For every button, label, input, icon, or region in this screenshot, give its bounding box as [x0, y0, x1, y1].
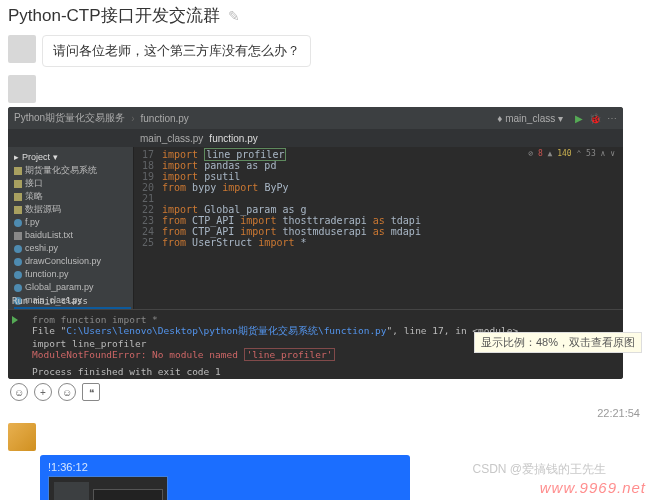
- code-line: 19import psutil: [134, 171, 623, 182]
- avatar[interactable]: [8, 35, 36, 63]
- tree-item[interactable]: function.py: [14, 268, 131, 281]
- tab[interactable]: main_class.py: [140, 133, 203, 144]
- avatar[interactable]: [8, 75, 36, 103]
- watermark-csdn: CSDN @爱搞钱的王先生: [472, 461, 606, 478]
- tab-active[interactable]: function.py: [209, 133, 257, 144]
- chat-title: Python-CTP接口开发交流群 ✎: [0, 0, 654, 33]
- smile-icon[interactable]: ☺: [10, 383, 28, 401]
- tree-item[interactable]: Global_param.py: [14, 281, 131, 294]
- smile-icon[interactable]: ☺: [58, 383, 76, 401]
- plus-icon[interactable]: +: [34, 383, 52, 401]
- code-line: 18import pandas as pd: [134, 160, 623, 171]
- code-line: 22import Global_param as g: [134, 204, 623, 215]
- tree-item[interactable]: 接口: [14, 177, 131, 190]
- message-3: [0, 421, 654, 453]
- code-line: 20from bypy import ByPy: [134, 182, 623, 193]
- reply-thumbnail[interactable]: [48, 476, 168, 500]
- image-tooltip: 显示比例：48%，双击查看原图: [474, 332, 642, 353]
- tree-item[interactable]: 期货量化交易系统: [14, 164, 131, 177]
- editor-tabs: main_class.py function.py: [8, 129, 623, 147]
- message-1: 请问各位老师，这个第三方库没有怎么办？: [0, 33, 654, 69]
- code-line: 24from CTP_API import thostmduserapi as …: [134, 226, 623, 237]
- tree-item[interactable]: baiduList.txt: [14, 229, 131, 242]
- reply-time: !1:36:12: [48, 461, 402, 473]
- code-editor[interactable]: ⊘ 8 ▲ 140 ⌃ 53 ∧ ∨ 17import line_profile…: [134, 147, 623, 309]
- question-bubble: 请问各位老师，这个第三方库没有怎么办？: [42, 35, 311, 67]
- quote-icon[interactable]: ❝: [82, 383, 100, 401]
- avatar[interactable]: [8, 423, 36, 451]
- edit-icon[interactable]: ✎: [228, 8, 240, 24]
- reaction-bar: ☺ + ☺ ❝: [0, 379, 654, 405]
- tree-item[interactable]: drawConclusion.py: [14, 255, 131, 268]
- tree-item[interactable]: f.py: [14, 216, 131, 229]
- run-tab: Run main_class: [12, 296, 88, 306]
- play-icon: ▶: [575, 113, 583, 124]
- code-line: 23from CTP_API import thosttraderapi as …: [134, 215, 623, 226]
- timestamp: 22:21:54: [0, 405, 654, 421]
- message-2: [0, 73, 654, 105]
- tree-item[interactable]: 策略: [14, 190, 131, 203]
- tree-item[interactable]: ceshi.py: [14, 242, 131, 255]
- code-line: 21: [134, 193, 623, 204]
- inspection-stats: ⊘ 8 ▲ 140 ⌃ 53 ∧ ∨: [528, 149, 615, 158]
- watermark-url: www.9969.net: [540, 479, 646, 496]
- reply-bubble: !1:36:12 安装对应的包就可以了，复制错误原因最后一行，百度具体安装方法: [40, 455, 410, 500]
- project-tree[interactable]: ▸ Project ▾ 期货量化交易系统接口策略数据源码f.pybaiduLis…: [8, 147, 134, 309]
- rerun-icon[interactable]: [12, 316, 18, 324]
- debug-icon: 🐞: [589, 113, 601, 124]
- ide-titlebar: Python期货量化交易服务 › function.py ♦ main_clas…: [8, 107, 623, 129]
- tree-item[interactable]: 数据源码: [14, 203, 131, 216]
- code-line: 25from UserStruct import *: [134, 237, 623, 248]
- run-config: ♦ main_class ▾: [497, 113, 563, 124]
